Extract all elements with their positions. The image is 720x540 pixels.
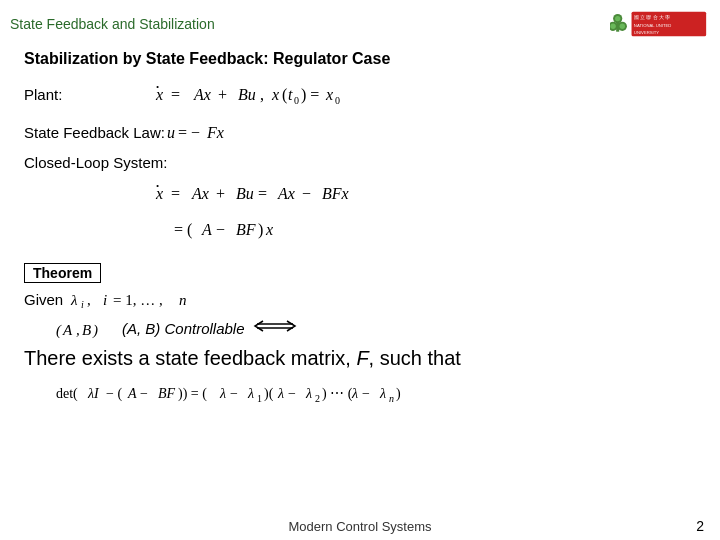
svg-text:n: n: [389, 393, 394, 404]
header: State Feedback and Stabilization 國 立 聯 合…: [0, 0, 720, 46]
svg-text:= 1, … ,: = 1, … ,: [113, 292, 163, 308]
svg-text:(: (: [56, 322, 62, 339]
given-row: Given λ i , i = 1, … , n: [24, 287, 696, 311]
svg-text:=: =: [258, 185, 267, 202]
svg-point-4: [615, 16, 620, 21]
svg-rect-3: [616, 22, 619, 31]
svg-text:=: =: [171, 86, 180, 103]
plant-eq-svg: • x = Ax + Bu , x ( t 0 ) = x 0: [154, 78, 444, 106]
svg-text:BF: BF: [158, 386, 176, 401]
svg-text:): ): [258, 221, 263, 239]
svg-point-6: [610, 24, 615, 29]
given-label: Given: [24, 291, 63, 308]
given-eq-svg: λ i , i = 1, … , n: [69, 287, 269, 311]
svg-text:λ: λ: [351, 386, 358, 401]
svg-text:=: =: [171, 185, 180, 202]
svg-text:0: 0: [335, 95, 340, 106]
closed-loop-label: Closed-Loop System:: [24, 154, 167, 171]
svg-text:) ⋯ (: ) ⋯ (: [322, 386, 353, 402]
plant-row: Plant: • x = Ax + Bu , x ( t 0 ) = x 0: [24, 78, 696, 110]
svg-text:+: +: [218, 86, 227, 103]
det-eq-svg: det( λI − ( A − BF )) = ( λ − λ 1 )( λ −…: [54, 374, 614, 408]
svg-text:x: x: [325, 86, 333, 103]
svg-text:國 立 聯 合 大 學: 國 立 聯 合 大 學: [634, 14, 670, 20]
svg-text:,: ,: [76, 322, 80, 338]
closed-loop-eq1: • x = Ax + Bu = Ax − BFx: [154, 177, 696, 209]
feedback-label: State Feedback Law:: [24, 124, 165, 141]
svg-text:0: 0: [294, 95, 299, 106]
svg-text:i: i: [81, 299, 84, 310]
svg-text:x: x: [155, 185, 163, 202]
svg-text:): ): [92, 322, 98, 339]
svg-text:i: i: [103, 292, 107, 308]
svg-text:u: u: [167, 124, 175, 141]
svg-text:t: t: [288, 86, 293, 103]
svg-text:+: +: [216, 185, 225, 202]
svg-text:Bu: Bu: [238, 86, 256, 103]
footer: Modern Control Systems: [0, 519, 720, 534]
controllable-label: (A, B) Controllable: [122, 320, 245, 337]
svg-text:det(: det(: [56, 386, 78, 402]
svg-text:1: 1: [257, 393, 262, 404]
svg-text:,: ,: [87, 292, 91, 308]
svg-text:−: −: [302, 185, 311, 202]
closed-loop-eq2-svg: = ( A − BF ) x: [154, 213, 354, 241]
svg-text:UNIVERSITY: UNIVERSITY: [634, 30, 660, 35]
there-exists-text: There exists a state feedback matrix, F,…: [24, 347, 696, 370]
theorem-box: Theorem: [24, 263, 101, 283]
plant-equation: • x = Ax + Bu , x ( t 0 ) = x 0: [154, 78, 444, 110]
svg-text:A: A: [127, 386, 137, 401]
there-exists-suffix: , such that: [369, 347, 461, 369]
svg-text:−: −: [230, 386, 238, 401]
svg-text:= (: = (: [174, 221, 192, 239]
svg-text:λ: λ: [305, 386, 312, 401]
svg-text:−: −: [362, 386, 370, 401]
svg-text:− (: − (: [106, 386, 122, 402]
page-number: 2: [696, 518, 704, 534]
svg-text:x: x: [155, 86, 163, 103]
controllable-row: ( A , B ) (A, B) Controllable: [54, 315, 696, 341]
svg-text:λ: λ: [70, 292, 78, 308]
ab-pair-svg: ( A , B ): [54, 315, 114, 341]
svg-text:x: x: [265, 221, 273, 238]
svg-text:λ: λ: [277, 386, 284, 401]
svg-text:−: −: [288, 386, 296, 401]
svg-text:A: A: [62, 322, 73, 338]
footer-center-text: Modern Control Systems: [288, 519, 431, 534]
svg-text:= −: = −: [178, 124, 200, 141]
svg-text:λI: λI: [87, 386, 100, 401]
svg-text:−: −: [140, 386, 148, 401]
section-title: Stabilization by State Feedback: Regulat…: [24, 50, 696, 68]
logo-area: 國 立 聯 合 大 學 NATIONAL UNITED UNIVERSITY: [610, 6, 710, 42]
svg-text:) =: ) =: [301, 86, 319, 104]
svg-text:λ: λ: [379, 386, 386, 401]
svg-text:)(: )(: [264, 386, 274, 402]
closed-loop-label-row: Closed-Loop System:: [24, 154, 696, 171]
svg-text:BF: BF: [236, 221, 256, 238]
svg-text:B: B: [82, 322, 91, 338]
university-logo: 國 立 聯 合 大 學 NATIONAL UNITED UNIVERSITY: [610, 6, 710, 42]
theorem-section: Theorem: [24, 253, 696, 285]
header-title: State Feedback and Stabilization: [10, 16, 215, 32]
feedback-eq-svg: u = − Fx: [165, 116, 285, 144]
svg-text:,: ,: [260, 86, 264, 103]
closed-loop-eq2: = ( A − BF ) x: [154, 213, 696, 245]
there-exists-label: There exists a state feedback matrix,: [24, 347, 356, 369]
svg-text:Bu: Bu: [236, 185, 254, 202]
feedback-equation: u = − Fx: [165, 116, 285, 148]
main-content: Stabilization by State Feedback: Regulat…: [0, 46, 720, 412]
svg-text:)) = (: )) = (: [178, 386, 207, 402]
svg-text:(: (: [282, 86, 287, 104]
svg-text:A: A: [201, 221, 212, 238]
svg-text:−: −: [216, 221, 225, 238]
det-equation: det( λI − ( A − BF )) = ( λ − λ 1 )( λ −…: [54, 374, 696, 412]
svg-text:Ax: Ax: [277, 185, 295, 202]
closed-loop-eq1-svg: • x = Ax + Bu = Ax − BFx: [154, 177, 514, 205]
svg-text:Ax: Ax: [191, 185, 209, 202]
svg-text:λ: λ: [219, 386, 226, 401]
svg-text:λ: λ: [247, 386, 254, 401]
iff-arrow-svg: [253, 317, 297, 339]
svg-text:Ax: Ax: [193, 86, 211, 103]
svg-point-5: [620, 24, 625, 29]
svg-text:): ): [396, 386, 401, 402]
